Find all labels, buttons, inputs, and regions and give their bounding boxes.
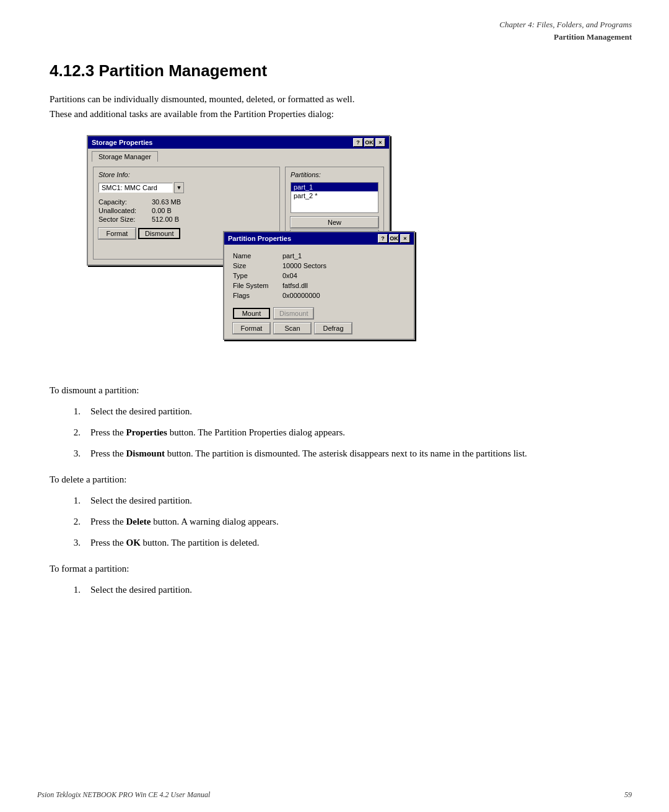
format-intro: To format a partition:	[50, 561, 619, 576]
dismount-step-3: 3. Press the Dismount button. The partit…	[68, 446, 619, 461]
prop-name-value: part_1	[282, 252, 302, 260]
chapter-header: Chapter 4: Files, Folders, and Programs	[37, 19, 632, 31]
footer-page: 59	[624, 790, 632, 800]
store-dropdown: SMC1: MMC Card ▼	[98, 182, 274, 193]
dropdown-arrow-icon[interactable]: ▼	[174, 182, 184, 193]
prop-flags-row: Flags 0x00000000	[233, 292, 405, 299]
prop-flags-value: 0x00000000	[282, 292, 320, 299]
intro-line1: Partitions can be individually dismounte…	[50, 94, 354, 104]
footer-manual: Psion Teklogix NETBOOK PRO Win CE 4.2 Us…	[37, 790, 210, 800]
store-info-table: Capacity: 30.63 MB Unallocated: 0.00 B S…	[98, 198, 274, 223]
format-button[interactable]: Format	[98, 228, 136, 239]
prop-type-row: Type 0x04	[233, 272, 405, 279]
page-header: Chapter 4: Files, Folders, and Programs …	[0, 0, 669, 49]
partition-dialog-titlebar: Partition Properties ? OK ×	[224, 232, 414, 245]
storage-close-button[interactable]: ×	[375, 138, 385, 147]
chapter-title: 4.12.3 Partition Management	[50, 61, 619, 81]
intro-line2: These and additional tasks are available…	[50, 109, 334, 119]
partition-properties-dialog: Partition Properties ? OK × Name part_1 …	[223, 231, 415, 340]
page-footer: Psion Teklogix NETBOOK PRO Win CE 4.2 Us…	[0, 790, 669, 800]
prop-size-value: 10000 Sectors	[282, 262, 326, 269]
storage-ok-button[interactable]: OK	[364, 138, 374, 147]
delete-steps: 1. Select the desired partition. 2. Pres…	[68, 493, 619, 550]
storage-titlebar-buttons: ? OK ×	[353, 138, 385, 147]
dismount-step-1: 1. Select the desired partition.	[68, 404, 619, 419]
store-info-legend: Store Info:	[98, 171, 274, 178]
sector-row: Sector Size: 512.00 B	[98, 216, 274, 223]
dismount-steps: 1. Select the desired partition. 2. Pres…	[68, 404, 619, 461]
prop-type-value: 0x04	[282, 272, 297, 279]
prop-filesystem-value: fatfsd.dll	[282, 282, 308, 289]
partition-item-2[interactable]: part_2 *	[291, 191, 378, 200]
capacity-label: Capacity:	[98, 198, 148, 206]
partition-format-button[interactable]: Format	[233, 323, 270, 334]
intro-paragraph: Partitions can be individually dismounte…	[50, 92, 619, 121]
unallocated-row: Unallocated: 0.00 B	[98, 207, 274, 214]
store-dropdown-value[interactable]: SMC1: MMC Card	[98, 183, 173, 193]
dismount-step-2: 2. Press the Properties button. The Part…	[68, 425, 619, 440]
partition-ok-button[interactable]: OK	[389, 234, 399, 243]
delete-step-3-text: Press the OK button. The partition is de…	[90, 535, 619, 550]
delete-intro: To delete a partition:	[50, 472, 619, 487]
delete-step-2: 2. Press the Delete button. A warning di…	[68, 514, 619, 529]
dismount-intro: To dismount a partition:	[50, 383, 619, 398]
section-header: Partition Management	[37, 31, 632, 43]
defrag-button[interactable]: Defrag	[315, 323, 352, 334]
dialog-area: Storage Properties ? OK × Storage Manage…	[87, 135, 619, 364]
partition-help-button[interactable]: ?	[378, 234, 388, 243]
partition-dialog-body: Name part_1 Size 10000 Sectors Type 0x04…	[224, 245, 414, 339]
format-step-1: 1. Select the desired partition.	[68, 582, 619, 597]
sector-value: 512.00 B	[152, 216, 179, 223]
partition-props-table: Name part_1 Size 10000 Sectors Type 0x04…	[233, 252, 405, 299]
storage-dialog-titlebar: Storage Properties ? OK ×	[88, 136, 389, 149]
partition-item-1[interactable]: part_1	[291, 183, 378, 191]
dismount-button[interactable]: Dismount	[138, 228, 180, 239]
mount-button[interactable]: Mount	[233, 308, 270, 319]
dismount-button-disabled: Dismount	[274, 308, 313, 319]
capacity-value: 30.63 MB	[152, 198, 181, 206]
partition-list: part_1 part_2 *	[291, 182, 378, 213]
prop-size-label: Size	[233, 262, 282, 269]
prop-size-row: Size 10000 Sectors	[233, 262, 405, 269]
partition-titlebar-buttons: ? OK ×	[378, 234, 410, 243]
dismount-step-2-text: Press the Properties button. The Partiti…	[90, 425, 619, 440]
new-button[interactable]: New	[291, 217, 378, 228]
partitions-legend: Partitions:	[291, 171, 378, 178]
format-scan-defrag-buttons: Format Scan Defrag	[233, 323, 405, 334]
storage-dialog-tabs: Storage Manager	[88, 149, 389, 162]
prop-type-label: Type	[233, 272, 282, 279]
prop-name-row: Name part_1	[233, 252, 405, 260]
prop-filesystem-label: File System	[233, 282, 282, 289]
mount-dismount-buttons: Mount Dismount	[233, 308, 405, 319]
format-step-1-text: Select the desired partition.	[90, 582, 619, 597]
storage-dialog-title: Storage Properties	[92, 139, 152, 146]
storage-help-button[interactable]: ?	[353, 138, 363, 147]
delete-step-3: 3. Press the OK button. The partition is…	[68, 535, 619, 550]
prop-flags-label: Flags	[233, 292, 282, 299]
dismount-step-3-text: Press the Dismount button. The partition…	[90, 446, 619, 461]
delete-step-2-text: Press the Delete button. A warning dialo…	[90, 514, 619, 529]
main-content: 4.12.3 Partition Management Partitions c…	[0, 49, 669, 645]
unallocated-value: 0.00 B	[152, 207, 172, 214]
format-steps: 1. Select the desired partition.	[68, 582, 619, 597]
scan-button[interactable]: Scan	[274, 323, 311, 334]
delete-step-1: 1. Select the desired partition.	[68, 493, 619, 508]
prop-filesystem-row: File System fatfsd.dll	[233, 282, 405, 289]
storage-manager-tab[interactable]: Storage Manager	[92, 151, 158, 162]
delete-step-1-text: Select the desired partition.	[90, 493, 619, 508]
unallocated-label: Unallocated:	[98, 207, 148, 214]
partition-dialog-title: Partition Properties	[228, 235, 291, 242]
partition-close-button[interactable]: ×	[400, 234, 410, 243]
prop-name-label: Name	[233, 252, 282, 260]
sector-label: Sector Size:	[98, 216, 148, 223]
dismount-step-1-text: Select the desired partition.	[90, 404, 619, 419]
capacity-row: Capacity: 30.63 MB	[98, 198, 274, 206]
